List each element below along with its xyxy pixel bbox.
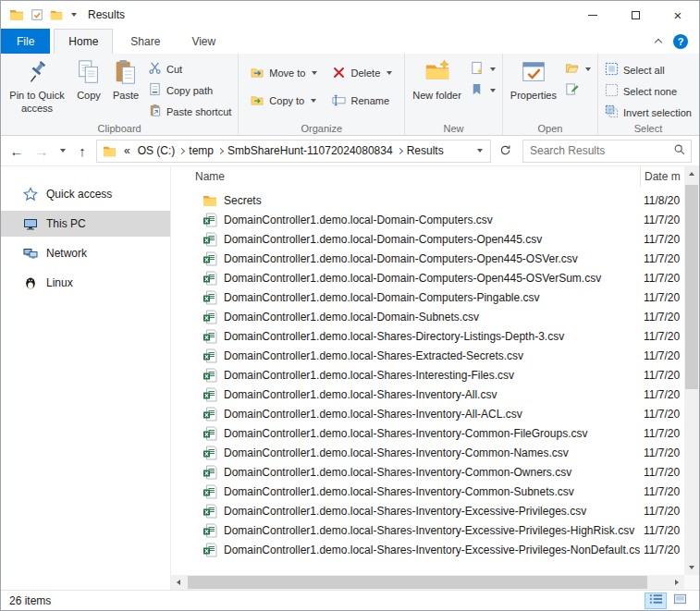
refresh-button[interactable] (494, 140, 516, 162)
delete-button[interactable]: Delete (328, 62, 396, 84)
file-row[interactable]: DomainController1.demo.local-Domain-Comp… (171, 268, 684, 287)
column-header-date-modified[interactable]: Date m (640, 166, 684, 187)
file-row[interactable]: DomainController1.demo.local-Shares-Inve… (171, 501, 684, 520)
rename-button[interactable]: Rename (328, 90, 396, 112)
scroll-right-arrow-icon[interactable] (669, 580, 684, 585)
file-row[interactable]: DomainController1.demo.local-Shares-Inve… (171, 462, 684, 482)
address-dropdown-button[interactable] (471, 149, 487, 153)
breadcrumb-segment-smbsharehunt[interactable]: SmbShareHunt-11072024080834 (223, 144, 398, 157)
easy-access-button[interactable] (466, 81, 499, 99)
paste-shortcut-button[interactable]: Paste shortcut (144, 103, 235, 120)
select-all-button[interactable]: Select all (601, 61, 695, 79)
file-row[interactable]: DomainController1.demo.local-Shares-Inve… (171, 404, 684, 423)
breadcrumb-overflow-indicator[interactable]: « (121, 144, 133, 157)
tab-share[interactable]: Share (117, 29, 174, 54)
breadcrumb-segment-temp[interactable]: temp (184, 144, 218, 157)
tab-file[interactable]: File (1, 29, 50, 54)
file-row[interactable]: DomainController1.demo.local-Shares-Inve… (171, 423, 684, 443)
maximize-button[interactable] (614, 1, 657, 29)
recent-locations-button[interactable] (55, 140, 68, 162)
horizontal-scrollbar[interactable] (171, 575, 684, 590)
scroll-up-arrow-icon[interactable] (689, 166, 694, 181)
cut-button[interactable]: Cut (144, 60, 235, 78)
sidebar-item-label: Network (46, 247, 87, 260)
open-chevron-icon (585, 67, 591, 71)
file-row[interactable]: DomainController1.demo.local-Shares-Inve… (171, 520, 684, 540)
file-row[interactable]: DomainController1.demo.local-Domain-Subn… (171, 307, 684, 326)
file-name: DomainController1.demo.local-Shares-Inve… (224, 446, 640, 459)
minimize-button[interactable] (571, 1, 614, 29)
file-row[interactable]: DomainController1.demo.local-Shares-Inve… (171, 482, 684, 501)
ribbon-group-clipboard: Pin to Quick access Copy Paste Cut (1, 54, 239, 135)
large-icons-view-button[interactable] (669, 593, 691, 609)
search-icon[interactable] (673, 143, 686, 159)
paste-button[interactable]: Paste (107, 55, 144, 105)
up-button[interactable]: ↑ (71, 140, 93, 162)
horizontal-scroll-thumb[interactable] (188, 576, 647, 589)
file-row[interactable]: DomainController1.demo.local-Domain-Comp… (171, 229, 684, 249)
search-input[interactable] (530, 144, 673, 157)
explorer-window: Results × File Home Share View ? Pin to … (0, 0, 700, 611)
tab-view[interactable]: View (178, 29, 229, 54)
file-row[interactable]: DomainController1.demo.local-Shares-Inve… (171, 443, 684, 462)
file-name: DomainController1.demo.local-Shares-Inve… (224, 505, 640, 518)
address-box[interactable]: « OS (C:) temp SmbShareHunt-110720240808… (96, 140, 491, 163)
properties-button[interactable]: Properties (506, 55, 561, 105)
scroll-down-arrow-icon[interactable] (689, 560, 694, 575)
breadcrumb-segment-results[interactable]: Results (402, 144, 448, 157)
file-row[interactable]: DomainController1.demo.local-Shares-Inve… (171, 540, 684, 559)
new-item-button[interactable] (466, 60, 499, 78)
qat-customize-chevron-icon[interactable] (71, 13, 77, 17)
file-row[interactable]: DomainController1.demo.local-Shares-Inve… (171, 385, 684, 404)
vertical-scroll-track[interactable] (684, 181, 699, 560)
breadcrumb-segment-drive[interactable]: OS (C:) (133, 144, 180, 157)
file-name: DomainController1.demo.local-Shares-Inve… (224, 485, 640, 498)
file-row[interactable]: DomainController1.demo.local-Domain-Comp… (171, 287, 684, 307)
sidebar-item-network[interactable]: Network (1, 240, 170, 266)
help-icon[interactable]: ? (673, 34, 688, 49)
move-to-button[interactable]: Move to (247, 62, 321, 84)
copy-button[interactable]: Copy (70, 55, 107, 105)
vertical-scrollbar[interactable] (684, 166, 699, 575)
file-date-modified: 11/7/20 (640, 388, 684, 401)
open-button[interactable] (561, 60, 595, 78)
invert-selection-label: Invert selection (623, 107, 692, 118)
forward-button[interactable]: → (31, 140, 53, 162)
search-box[interactable] (522, 140, 692, 163)
qat-new-folder-icon[interactable] (50, 8, 63, 21)
details-view-button[interactable] (645, 593, 667, 609)
select-all-icon (605, 62, 619, 78)
new-folder-button[interactable]: New folder (408, 55, 466, 105)
file-date-modified: 11/7/20 (640, 446, 684, 459)
vertical-scroll-thumb[interactable] (685, 185, 698, 389)
tab-home[interactable]: Home (54, 29, 113, 54)
file-row[interactable]: DomainController1.demo.local-Shares-Dire… (171, 326, 684, 346)
sidebar-item-this-pc[interactable]: This PC (1, 211, 170, 237)
sidebar-item-linux[interactable]: Linux (1, 270, 170, 296)
sidebar-item-quick-access[interactable]: Quick access (1, 181, 170, 207)
qat-properties-icon[interactable] (31, 8, 43, 21)
file-row[interactable]: DomainController1.demo.local-Shares-Extr… (171, 346, 684, 365)
copy-to-button[interactable]: Copy to (247, 90, 321, 112)
edit-button[interactable] (561, 81, 595, 99)
scroll-left-arrow-icon[interactable] (171, 580, 186, 585)
close-button[interactable]: × (657, 1, 699, 29)
file-row[interactable]: DomainController1.demo.local-Domain-Comp… (171, 210, 684, 229)
back-button[interactable]: ← (6, 140, 28, 162)
copy-path-button[interactable]: Copy path (144, 81, 235, 99)
paste-icon (112, 58, 140, 90)
select-none-button[interactable]: Select none (601, 82, 695, 100)
pin-to-quick-access-button[interactable]: Pin to Quick access (4, 55, 70, 118)
scrollbar-corner (684, 575, 699, 590)
new-folder-label: New folder (412, 90, 461, 103)
invert-selection-button[interactable]: Invert selection (601, 104, 695, 121)
new-item-chevron-icon (490, 67, 496, 71)
properties-label: Properties (510, 90, 557, 103)
file-row[interactable]: DomainController1.demo.local-Shares-Inte… (171, 365, 684, 385)
file-row[interactable]: DomainController1.demo.local-Domain-Comp… (171, 249, 684, 268)
minimize-ribbon-icon[interactable] (655, 39, 662, 46)
horizontal-scroll-track[interactable] (186, 575, 669, 590)
paste-shortcut-label: Paste shortcut (166, 106, 231, 117)
column-header-name[interactable]: Name (171, 170, 640, 183)
file-row[interactable]: Secrets 11/8/20 (171, 190, 684, 210)
